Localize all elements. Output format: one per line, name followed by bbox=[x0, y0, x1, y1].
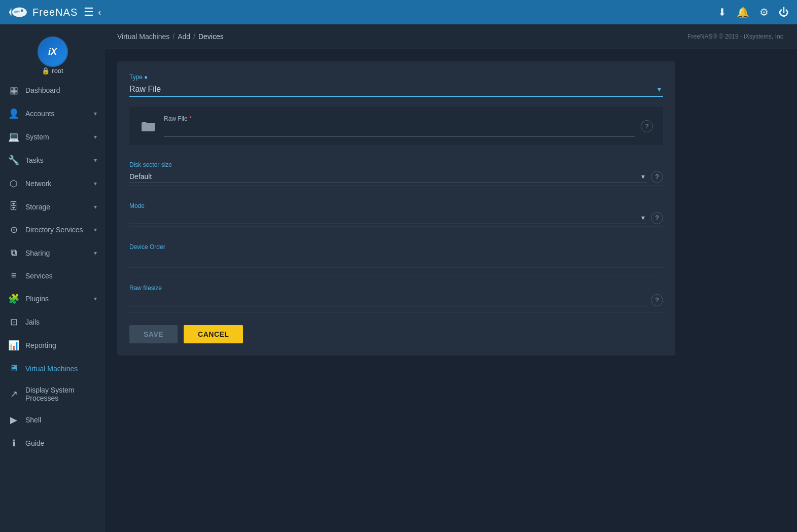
sidebar-item-dashboard[interactable]: ▦ Dashboard bbox=[0, 79, 105, 102]
raw-file-required-star: * bbox=[189, 115, 192, 122]
button-row: SAVE CANCEL bbox=[129, 325, 663, 343]
breadcrumb-bar: Virtual Machines / Add / Devices FreeNAS… bbox=[105, 24, 797, 49]
mode-select[interactable]: ▾ bbox=[129, 211, 647, 224]
disk-sector-size-value[interactable]: Default bbox=[129, 170, 647, 183]
disk-sector-divider bbox=[129, 185, 663, 186]
raw-file-field: Raw File * bbox=[164, 115, 635, 137]
sidebar-item-guide[interactable]: ℹ Guide bbox=[0, 432, 105, 455]
cancel-button[interactable]: CANCEL bbox=[184, 325, 243, 343]
device-order-divider bbox=[129, 267, 663, 268]
hamburger-icon[interactable]: ☰ bbox=[84, 6, 94, 19]
breadcrumb-current: Devices bbox=[198, 32, 224, 41]
type-select-value[interactable]: Raw File bbox=[129, 83, 663, 96]
display-system-processes-icon: ↗ bbox=[8, 388, 19, 400]
user-section: iX 🔒 root bbox=[0, 28, 105, 79]
bell-icon[interactable]: 🔔 bbox=[737, 6, 749, 18]
tasks-icon: 🔧 bbox=[8, 155, 19, 166]
type-select-wrapper[interactable]: Raw File ▾ bbox=[129, 83, 663, 97]
disk-sector-size-help-icon[interactable]: ? bbox=[651, 171, 663, 183]
mode-value[interactable] bbox=[129, 211, 647, 224]
directory-services-icon: ⊙ bbox=[8, 224, 19, 235]
type-field-label: Type ● bbox=[129, 74, 663, 81]
raw-file-input[interactable] bbox=[164, 124, 635, 137]
raw-file-help-icon[interactable]: ? bbox=[641, 120, 653, 132]
sidebar-item-services[interactable]: ≡ Services bbox=[0, 264, 105, 287]
header-icons: ⬇ 🔔 ⚙ ⏻ bbox=[718, 6, 789, 18]
storage-arrow-icon: ▾ bbox=[94, 203, 97, 210]
plugins-arrow-icon: ▾ bbox=[94, 295, 97, 302]
virtual-machines-icon: 🖥 bbox=[8, 363, 19, 374]
sidebar-item-plugins[interactable]: 🧩 Plugins ▾ bbox=[0, 287, 105, 310]
sidebar-item-shell[interactable]: ▶ Shell bbox=[0, 408, 105, 432]
disk-sector-size-dropdown-row: Default ▾ ? bbox=[129, 170, 663, 183]
sidebar-item-display-system-processes[interactable]: ↗ Display System Processes bbox=[0, 380, 105, 408]
sidebar: iX 🔒 root ▦ Dashboard 👤 Accounts ▾ 💻 Sys… bbox=[0, 24, 105, 532]
system-arrow-icon: ▾ bbox=[94, 133, 97, 140]
jails-icon: ⊡ bbox=[8, 316, 19, 328]
settings-icon[interactable]: ⚙ bbox=[759, 6, 769, 18]
sidebar-item-storage[interactable]: 🗄 Storage ▾ bbox=[0, 195, 105, 218]
guide-icon: ℹ bbox=[8, 438, 19, 449]
directory-services-arrow-icon: ▾ bbox=[94, 226, 97, 233]
sidebar-item-directory-services[interactable]: ⊙ Directory Services ▾ bbox=[0, 218, 105, 241]
sidebar-item-reporting[interactable]: 📊 Reporting bbox=[0, 334, 105, 357]
folder-icon bbox=[142, 121, 156, 132]
dashboard-icon: ▦ bbox=[8, 85, 19, 96]
raw-filesize-input[interactable] bbox=[129, 294, 647, 306]
plugins-icon: 🧩 bbox=[8, 293, 19, 304]
disk-sector-size-row: Disk sector size Default ▾ ? bbox=[129, 155, 663, 194]
mode-label: Mode bbox=[129, 202, 663, 209]
mode-divider bbox=[129, 226, 663, 227]
device-order-row: Device Order bbox=[129, 237, 663, 276]
type-field-group: Type ● Raw File ▾ bbox=[129, 74, 663, 97]
sidebar-item-sharing[interactable]: ⧉ Sharing ▾ bbox=[0, 241, 105, 264]
breadcrumb-add[interactable]: Add bbox=[178, 32, 190, 41]
layout: iX 🔒 root ▦ Dashboard 👤 Accounts ▾ 💻 Sys… bbox=[0, 24, 797, 532]
network-icon: ⬡ bbox=[8, 178, 19, 189]
breadcrumb-sep-1: / bbox=[172, 32, 175, 41]
raw-file-card: Raw File * ? bbox=[129, 107, 663, 145]
breadcrumb-virtual-machines[interactable]: Virtual Machines bbox=[117, 32, 169, 41]
accounts-arrow-icon: ▾ bbox=[94, 110, 97, 117]
reporting-icon: 📊 bbox=[8, 340, 19, 351]
download-icon[interactable]: ⬇ bbox=[718, 6, 726, 18]
storage-icon: 🗄 bbox=[8, 201, 19, 212]
raw-filesize-label: Raw filesize bbox=[129, 285, 663, 292]
disk-sector-size-arrow-icon: ▾ bbox=[641, 172, 645, 181]
sidebar-item-virtual-machines[interactable]: 🖥 Virtual Machines bbox=[0, 357, 105, 380]
device-order-input-row bbox=[129, 253, 663, 265]
sidebar-item-system[interactable]: 💻 System ▾ bbox=[0, 125, 105, 149]
sharing-icon: ⧉ bbox=[8, 247, 19, 258]
mode-arrow-icon: ▾ bbox=[641, 214, 645, 222]
avatar: iX bbox=[38, 37, 68, 67]
power-icon[interactable]: ⏻ bbox=[779, 7, 789, 18]
raw-file-label: Raw File * bbox=[164, 115, 635, 122]
disk-sector-size-select[interactable]: Default ▾ bbox=[129, 170, 647, 183]
sidebar-item-tasks[interactable]: 🔧 Tasks ▾ bbox=[0, 149, 105, 172]
device-order-input[interactable] bbox=[129, 253, 663, 265]
svg-point-2 bbox=[21, 9, 23, 12]
raw-filesize-help-icon[interactable]: ? bbox=[651, 294, 663, 306]
svg-marker-1 bbox=[9, 8, 12, 16]
mode-help-icon[interactable]: ? bbox=[651, 212, 663, 224]
save-button[interactable]: SAVE bbox=[129, 325, 178, 343]
mode-dropdown-row: ▾ ? bbox=[129, 211, 663, 224]
sidebar-item-jails[interactable]: ⊡ Jails bbox=[0, 310, 105, 334]
sharing-arrow-icon: ▾ bbox=[94, 250, 97, 257]
logo-area: FreeNAS bbox=[8, 4, 78, 20]
device-order-label: Device Order bbox=[129, 243, 663, 251]
raw-filesize-row: Raw filesize ? bbox=[129, 278, 663, 313]
network-arrow-icon: ▾ bbox=[94, 180, 97, 187]
form-container: Type ● Raw File ▾ bbox=[105, 49, 797, 532]
sidebar-item-accounts[interactable]: 👤 Accounts ▾ bbox=[0, 102, 105, 125]
type-required-indicator: ● bbox=[144, 74, 148, 81]
app-title: FreeNAS bbox=[32, 7, 78, 18]
freenas-logo-icon bbox=[8, 4, 28, 20]
breadcrumb-sep-2: / bbox=[193, 32, 195, 41]
back-icon[interactable]: ‹ bbox=[98, 7, 101, 18]
type-select-arrow-icon: ▾ bbox=[657, 85, 661, 93]
services-icon: ≡ bbox=[8, 270, 19, 281]
sidebar-item-network[interactable]: ⬡ Network ▾ bbox=[0, 172, 105, 195]
folder-browse-button[interactable] bbox=[140, 117, 158, 135]
accounts-icon: 👤 bbox=[8, 108, 19, 119]
